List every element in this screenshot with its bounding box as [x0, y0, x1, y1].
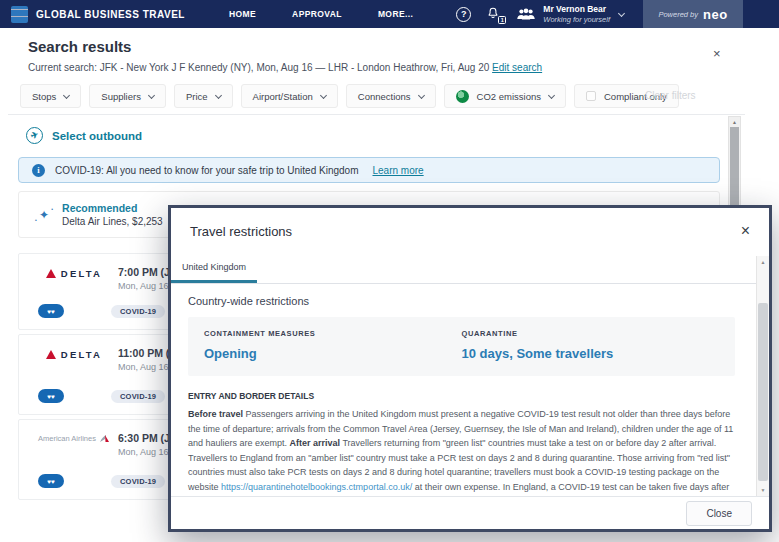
nav-approval[interactable]: APPROVAL [292, 9, 342, 19]
learn-more-link[interactable]: Learn more [373, 165, 424, 176]
quarantine-hotel-link[interactable]: https://quarantinehotelbookings.ctmporta… [221, 482, 412, 492]
covid-19-badge[interactable]: COVID-19 [111, 475, 165, 488]
info-icon: i [32, 164, 45, 177]
filter-bar: Stops Suppliers Price Airport/Station Co… [20, 84, 679, 108]
filter-connections-label: Connections [358, 91, 411, 102]
filter-price-label: Price [186, 91, 208, 102]
covid-19-badge[interactable]: COVID-19 [111, 390, 165, 403]
quarantine-column: QUARANTINE 10 days, Some travellers [462, 329, 720, 361]
containment-column: CONTAINMENT MEASURES Opening [204, 329, 462, 361]
notifications-bell-icon[interactable]: 1 [486, 6, 501, 22]
covid-info-banner: i COVID-19: All you need to know for you… [18, 157, 720, 183]
quarantine-label: QUARANTINE [462, 329, 720, 338]
user-menu[interactable]: Mr Vernon Bear Working for yourself [516, 4, 628, 23]
delta-logo: DELTA [46, 268, 102, 279]
airline-logo: DELTA [29, 349, 119, 360]
after-arrival-bold: After arrival [290, 438, 341, 448]
airline-name: American Airlines [38, 434, 96, 443]
containment-measures-label: CONTAINMENT MEASURES [204, 329, 462, 338]
powered-by-neo-badge: Powered by neo [643, 0, 743, 28]
close-results-icon[interactable]: × [713, 46, 721, 61]
divider [8, 114, 745, 115]
filter-co2-emissions[interactable]: CO2 emissions [444, 84, 566, 108]
powered-by-label: Powered by [658, 10, 698, 19]
sparkle-glyph: ✦ [39, 208, 49, 222]
scrollbar-thumb[interactable] [730, 127, 739, 206]
traveller-wellbeing-badge: ♥♥ [38, 304, 64, 318]
tab-united-kingdom[interactable]: United Kingdom [171, 254, 257, 283]
chevron-down-icon [418, 91, 425, 98]
filter-stops-label: Stops [32, 91, 56, 102]
delta-logo: DELTA [46, 349, 102, 360]
chevron-down-icon [148, 91, 155, 98]
airline-name: DELTA [61, 349, 102, 360]
delta-triangle-icon [46, 269, 56, 278]
edit-search-link[interactable]: Edit search [492, 62, 542, 73]
sparkle-icon: ✦•• [39, 208, 49, 222]
page-scrollbar[interactable]: ▲ [728, 116, 741, 207]
close-button[interactable]: Close [686, 501, 752, 526]
airline-name: DELTA [61, 268, 102, 279]
current-search-summary: Current search: JFK - New York J F Kenne… [28, 62, 542, 73]
modal-header: Travel restrictions × [171, 208, 769, 254]
filter-price[interactable]: Price [174, 84, 233, 108]
user-subtitle: Working for yourself [543, 15, 610, 24]
traveller-wellbeing-badge: ♥♥ [38, 389, 64, 403]
user-group-icon [516, 7, 536, 21]
select-outbound-header: ✈ Select outbound [26, 127, 142, 144]
delta-triangle-icon [46, 350, 56, 359]
scroll-down-arrow-icon[interactable]: ▼ [757, 487, 769, 493]
filter-airport-station-label: Airport/Station [253, 91, 313, 102]
select-outbound-label: Select outbound [52, 130, 142, 142]
filter-stops[interactable]: Stops [20, 84, 81, 108]
scroll-up-arrow-icon[interactable]: ▲ [757, 259, 769, 265]
airline-logo: DELTA [29, 268, 119, 279]
notification-badge: 1 [498, 16, 506, 24]
recommended-label: Recommended [62, 202, 163, 214]
travel-restrictions-modal: Travel restrictions × United Kingdom Cou… [168, 205, 772, 532]
filter-connections[interactable]: Connections [346, 84, 436, 108]
chevron-down-icon [618, 9, 625, 16]
american-airlines-eagle-icon [99, 434, 110, 443]
compliant-only-checkbox[interactable] [586, 91, 596, 101]
covid-19-badge[interactable]: COVID-19 [111, 305, 165, 318]
entry-border-paragraph: Before travel Passengers arriving in the… [188, 407, 735, 496]
page-title: Search results [28, 38, 131, 55]
scroll-up-arrow-icon[interactable]: ▲ [729, 117, 740, 127]
modal-scrollbar[interactable]: ▲ ▼ [756, 256, 769, 496]
current-search-text: Current search: JFK - New York J F Kenne… [28, 62, 489, 73]
modal-footer: Close [171, 496, 769, 529]
plane-departure-icon: ✈ [26, 127, 43, 144]
filter-suppliers[interactable]: Suppliers [89, 84, 166, 108]
section-title: Country-wide restrictions [188, 295, 735, 307]
main-nav: HOME APPROVAL MORE... [229, 9, 413, 19]
scrollbar-thumb[interactable] [758, 303, 768, 481]
chevron-down-icon [215, 91, 222, 98]
recommended-detail: Delta Air Lines, $2,253 [62, 216, 163, 227]
chevron-down-icon [63, 91, 70, 98]
chevron-down-icon [320, 91, 327, 98]
nav-home[interactable]: HOME [229, 9, 256, 19]
co2-green-icon [456, 90, 469, 103]
quarantine-value: 10 days, Some travellers [462, 346, 720, 361]
close-icon[interactable]: × [741, 223, 750, 239]
covid-banner-text: COVID-19: All you need to know for your … [55, 165, 359, 176]
user-name: Mr Vernon Bear [543, 4, 610, 14]
traveller-wellbeing-badge: ♥♥ [38, 474, 64, 488]
containment-measures-value: Opening [204, 346, 462, 361]
help-icon[interactable]: ? [456, 7, 471, 22]
nav-more[interactable]: MORE... [378, 9, 413, 19]
entry-border-heading: ENTRY AND BORDER DETAILS [188, 391, 735, 401]
plane-glyph: ✈ [29, 130, 39, 141]
chevron-down-icon [548, 91, 555, 98]
modal-body: Country-wide restrictions CONTAINMENT ME… [171, 284, 769, 496]
neo-logo: neo [703, 7, 728, 22]
filter-airport-station[interactable]: Airport/Station [241, 84, 338, 108]
top-navigation-bar: GLOBAL BUSINESS TRAVEL HOME APPROVAL MOR… [0, 0, 779, 28]
country-restrictions-panel: CONTAINMENT MEASURES Opening QUARANTINE … [188, 317, 735, 376]
brand-title: GLOBAL BUSINESS TRAVEL [36, 9, 185, 20]
amex-logo-icon [11, 6, 28, 23]
filter-suppliers-label: Suppliers [101, 91, 141, 102]
topbar-right-cluster: ? 1 Mr Vernon Bear Working for yourself … [456, 0, 779, 28]
clear-filters-button[interactable]: Clear filters [645, 90, 696, 101]
